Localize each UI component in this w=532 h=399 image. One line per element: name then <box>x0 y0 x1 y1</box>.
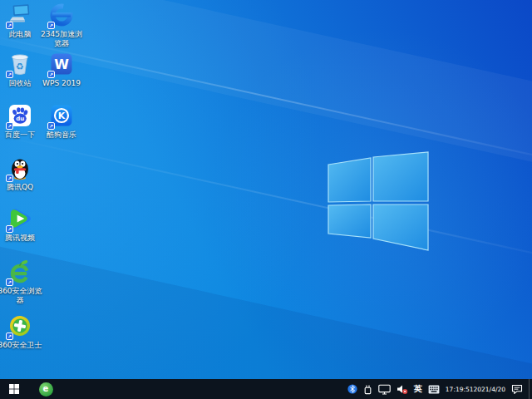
tencent-qq-icon: ↗ <box>7 155 32 180</box>
kugou-music-icon: K ↗ <box>49 103 74 128</box>
action-center-icon[interactable] <box>511 384 523 395</box>
baidu-icon: du ↗ <box>7 103 32 128</box>
taskbar: e <box>0 379 532 399</box>
desktop-icon-label: 此电脑 <box>9 30 32 39</box>
svg-text:♻: ♻ <box>16 62 24 72</box>
desktop-icon-recycle-bin[interactable]: ♻ ↗ 回收站 <box>0 52 42 88</box>
recycle-bin-icon: ♻ ↗ <box>7 52 32 76</box>
desktop-icon-label: 360安全浏览器 <box>0 287 42 305</box>
shortcut-arrow-badge: ↗ <box>47 71 55 78</box>
360-browser-icon: ↗ <box>7 259 32 284</box>
show-desktop-button[interactable] <box>529 379 532 399</box>
shortcut-arrow-badge: ↗ <box>47 122 55 130</box>
svg-text:K: K <box>58 111 66 121</box>
clock-date: 2021/4/20 <box>474 386 505 393</box>
windows-logo-wallpaper <box>324 148 432 254</box>
desktop-icon-label: WPS 2019 <box>42 79 81 88</box>
360-safe-icon: ↗ <box>7 313 32 338</box>
shortcut-arrow-badge: ↗ <box>6 122 13 130</box>
desktop-icon-wps-2019[interactable]: W ↗ WPS 2019 <box>39 52 84 88</box>
2345-browser-icon: ↗ <box>49 2 74 27</box>
desktop-icon-360-safe[interactable]: ↗ 360安全卫士 <box>0 313 42 350</box>
ime-keyboard-icon[interactable] <box>428 385 440 394</box>
monitor-icon[interactable] <box>378 384 391 395</box>
usb-icon[interactable] <box>363 384 372 395</box>
system-tray: 英 17:19:51 2021/4/20 <box>347 379 532 399</box>
desktop-icon-baidu[interactable]: du ↗ 百度一下 <box>0 103 42 140</box>
desktop-icon-label: 百度一下 <box>5 131 35 140</box>
this-pc-icon: ↗ <box>7 2 32 27</box>
desktop-icon-kugou-music[interactable]: K ↗ 酷狗音乐 <box>39 103 84 140</box>
desktop-icon-tencent-qq[interactable]: ↗ 腾讯QQ <box>0 155 42 192</box>
desktop-icon-label: 2345加速浏览器 <box>39 30 84 48</box>
desktop-icon-2345-browser[interactable]: ↗ 2345加速浏览器 <box>39 2 84 48</box>
desktop-icon-label: 酷狗音乐 <box>47 131 76 140</box>
desktop-icon-label: 360安全卫士 <box>0 341 42 350</box>
shortcut-arrow-badge: ↗ <box>6 175 13 182</box>
shortcut-arrow-badge: ↗ <box>6 278 13 286</box>
start-button[interactable] <box>0 379 28 399</box>
wallpaper-shadow-band <box>0 239 532 399</box>
desktop-icon-tencent-video[interactable]: ↗ 腾讯视频 <box>0 206 42 243</box>
speaker-muted-icon[interactable] <box>397 384 408 395</box>
ime-language-indicator[interactable]: 英 <box>414 383 422 395</box>
svg-text:du: du <box>16 116 24 122</box>
taskbar-app-360-browser[interactable]: e <box>35 379 57 399</box>
windows-desktop: ↗ 此电脑 ↗ 2345加速浏览器 ♻ ↗ <box>0 0 532 399</box>
desktop-icon-label: 回收站 <box>9 79 32 88</box>
shortcut-arrow-badge: ↗ <box>47 22 55 29</box>
wps-2019-icon: W ↗ <box>49 52 74 76</box>
shortcut-arrow-badge: ↗ <box>6 225 13 233</box>
wallpaper-ray <box>0 131 532 272</box>
shortcut-arrow-badge: ↗ <box>6 332 13 340</box>
desktop-icon-label: 腾讯QQ <box>7 183 33 192</box>
shortcut-arrow-badge: ↗ <box>6 71 13 78</box>
shortcut-arrow-badge: ↗ <box>6 22 13 29</box>
windows-start-icon <box>9 384 19 394</box>
bluetooth-icon[interactable] <box>347 384 357 394</box>
desktop-icon-label: 腾讯视频 <box>5 234 35 243</box>
desktop-icon-360-browser[interactable]: ↗ 360安全浏览器 <box>0 259 42 305</box>
taskbar-clock[interactable]: 17:19:51 2021/4/20 <box>446 386 505 393</box>
desktop-icon-this-pc[interactable]: ↗ 此电脑 <box>0 2 42 39</box>
svg-text:W: W <box>54 57 69 72</box>
green-e-circle-icon: e <box>39 382 53 397</box>
tencent-video-icon: ↗ <box>7 206 32 231</box>
clock-time: 17:19:51 <box>446 386 474 393</box>
